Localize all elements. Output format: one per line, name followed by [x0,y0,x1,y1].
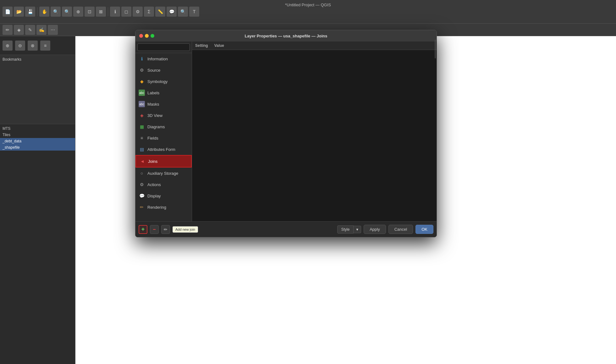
add-join-tooltip: Add new join [173,226,198,233]
sidebar-label-auxiliary-storage: Auxiliary Storage [147,171,178,176]
column-value: Value [214,43,224,48]
sidebar-item-auxiliary-storage[interactable]: ○ Auxiliary Storage [135,168,192,179]
toolbar-new-project[interactable]: 📄 [3,7,13,17]
toolbar2-more[interactable]: ⋯ [48,25,58,35]
sidebar-label-symbology: Symbology [147,79,168,84]
sidebar-label-joins: Joins [148,159,157,164]
left-panel: ⊕ ⊖ ⊗ ≡ Bookmarks MTS Tiles _debt_data _… [0,36,75,364]
sidebar-item-source[interactable]: ⚙ Source [135,64,192,76]
toolbar-zoom-in[interactable]: 🔍 [51,7,61,17]
left-panel-item-shapefile[interactable]: _shapefile [0,144,75,151]
sidebar-item-masks[interactable]: abc Masks [135,98,192,110]
dialog-body: ℹ Information ⚙ Source ◆ Symbology abc L… [135,41,437,221]
toolbar2-pencil[interactable]: ✍ [36,25,47,35]
sidebar-item-diagrams[interactable]: ▦ Diagrams [135,121,192,132]
sidebar-label-actions: Actions [147,182,161,187]
sidebar-item-display[interactable]: 💬 Display [135,190,192,201]
remove-join-button[interactable]: − [150,225,159,234]
sidebar: ℹ Information ⚙ Source ◆ Symbology abc L… [135,41,192,221]
fields-icon: ≡ [139,135,145,141]
toolbar-identify[interactable]: ℹ [110,7,120,17]
left-panel-icon1[interactable]: ⊕ [3,41,13,51]
ok-button[interactable]: OK [415,225,433,234]
rendering-icon: ✏ [139,204,145,210]
sidebar-item-information[interactable]: ℹ Information [135,53,192,64]
toolbar-zoom-full[interactable]: ⊕ [73,7,83,17]
toolbar-tip[interactable]: 💬 [167,7,177,17]
left-panel-item-bookmarks[interactable]: Bookmarks [0,56,75,63]
labels-icon: abc [139,90,145,96]
joins-icon: ◄ [139,158,146,164]
sidebar-label-labels: Labels [147,91,159,95]
sidebar-item-3dview[interactable]: ◈ 3D View [135,110,192,121]
sidebar-item-actions[interactable]: ⚙ Actions [135,179,192,190]
sidebar-label-source: Source [147,68,160,73]
content-area: Setting Value [192,41,437,221]
apply-button[interactable]: Apply [364,225,386,234]
3dview-icon: ◈ [139,112,145,119]
toolbar-top: 📄 📂 💾 ✋ 🔍 🔍 ⊕ ⊡ ⊠ ℹ ◻ ⚙ Σ 📏 💬 🔍 T [0,0,616,24]
sidebar-item-attributes-form[interactable]: ▤ Attributes Form [135,144,192,155]
auxiliary-storage-icon: ○ [139,170,145,176]
sidebar-item-symbology[interactable]: ◆ Symbology [135,76,192,87]
style-dropdown-button[interactable]: ▼ [354,226,361,233]
toolbar2-node[interactable]: ◈ [14,25,24,35]
source-icon: ⚙ [139,67,145,73]
toolbar-text[interactable]: T [189,7,199,17]
attributes-form-icon: ▤ [139,146,145,152]
toolbar-zoom-select[interactable]: ⊠ [96,7,106,17]
toolbar2-edit[interactable]: ✎ [25,25,35,35]
toolbar-sep-1 [37,7,37,16]
edit-join-button[interactable]: ✏ [161,225,170,234]
cancel-button[interactable]: Cancel [388,225,413,234]
symbology-icon: ◆ [139,78,145,85]
dialog-bottom-bar: + − ✏ Add new join Style ▼ Apply Cancel … [135,221,437,237]
add-join-button[interactable]: + [139,225,147,234]
diagrams-icon: ▦ [139,124,145,130]
toolbar-save[interactable]: 💾 [25,7,35,17]
toolbar-open[interactable]: 📂 [14,7,24,17]
sidebar-label-rendering: Rendering [147,205,166,210]
information-icon: ℹ [139,56,145,62]
left-panel-item-tiles[interactable]: Tiles [0,132,75,138]
sidebar-item-fields[interactable]: ≡ Fields [135,132,192,144]
left-panel-icon3[interactable]: ⊗ [28,41,38,51]
sidebar-item-joins[interactable]: ◄ Joins [135,155,192,168]
sidebar-label-diagrams: Diagrams [147,124,165,129]
search-input[interactable] [137,43,190,51]
close-button[interactable] [139,34,143,38]
style-button-group: Style ▼ [337,225,361,234]
sidebar-item-rendering[interactable]: ✏ Rendering [135,201,192,213]
search-box [135,41,192,53]
toolbar-pan[interactable]: ✋ [39,7,49,17]
toolbar-measure[interactable]: 📏 [155,7,165,17]
toolbar-sigma[interactable]: Σ [144,7,154,17]
toolbar-search[interactable]: 🔍 [178,7,188,17]
dialog-title: Layer Properties — usa_shapefile — Joins [245,34,327,38]
actions-icon: ⚙ [139,181,145,188]
sidebar-label-display: Display [147,194,161,198]
toolbar2-digitize[interactable]: ✏ [3,25,13,35]
traffic-lights [139,34,154,38]
dialog-titlebar: Layer Properties — usa_shapefile — Joins [135,30,437,41]
left-panel-item-mts[interactable]: MTS [0,125,75,132]
sidebar-label-information: Information [147,57,168,61]
toolbar-zoom-out[interactable]: 🔍 [62,7,72,17]
display-icon: 💬 [139,193,145,199]
left-panel-item-debt[interactable]: _debt_data [0,138,75,144]
column-setting: Setting [195,43,208,48]
toolbar-settings[interactable]: ⚙ [133,7,143,17]
toolbar-select[interactable]: ◻ [121,7,131,17]
content-main [192,50,437,221]
sidebar-item-labels[interactable]: abc Labels [135,87,192,98]
style-button[interactable]: Style [337,225,354,234]
minimize-button[interactable] [145,34,149,38]
toolbar-zoom-layer[interactable]: ⊡ [85,7,95,17]
maximize-button[interactable] [151,34,154,38]
sidebar-label-attributes-form: Attributes Form [147,147,175,152]
left-panel-icon2[interactable]: ⊖ [15,41,25,51]
left-panel-icon4[interactable]: ≡ [40,41,50,51]
content-header: Setting Value [192,41,437,50]
masks-icon: abc [139,101,145,107]
sidebar-label-fields: Fields [147,136,158,141]
